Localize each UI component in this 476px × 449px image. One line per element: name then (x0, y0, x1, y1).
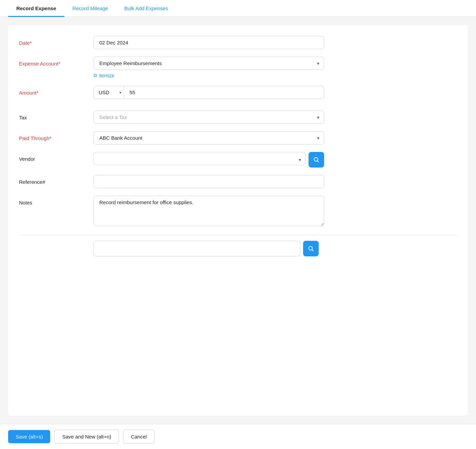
reference-input[interactable] (94, 175, 324, 188)
expense-account-label: Expense Account* (19, 57, 94, 66)
tax-select[interactable]: Select a Tax (94, 111, 324, 124)
extra-label (19, 241, 94, 245)
tax-select-wrapper: Select a Tax ▾ (94, 111, 324, 124)
amount-row: Amount* USD ▾ (19, 86, 457, 99)
paid-through-row: Paid Through* ABC Bank Account ▾ (19, 131, 457, 144)
notes-label: Notes (19, 196, 94, 206)
itemize-label: Itemize (99, 73, 114, 78)
amount-field: USD ▾ (94, 86, 324, 99)
bottom-bar: Save (alt+s) Save and New (alt+n) Cancel (0, 424, 476, 449)
form-container: Date* Expense Account* Employee Reimburs… (8, 25, 468, 416)
tab-bulk-add-expenses[interactable]: Bulk Add Expenses (116, 0, 176, 17)
extra-search-icon (308, 246, 314, 252)
date-input[interactable] (94, 36, 324, 49)
cancel-button[interactable]: Cancel (123, 430, 155, 444)
save-and-new-button[interactable]: Save and New (alt+n) (54, 430, 119, 444)
notes-row: Notes Record reimbursement for office su… (19, 196, 457, 228)
tax-row: Tax Select a Tax ▾ (19, 111, 457, 124)
vendor-select[interactable] (94, 152, 306, 165)
expense-account-row: Expense Account* Employee Reimbursements… (19, 57, 457, 78)
form-divider (19, 235, 457, 235)
paid-through-select[interactable]: ABC Bank Account (94, 131, 324, 144)
date-row: Date* (19, 36, 457, 49)
amount-input-row: USD ▾ (94, 86, 324, 99)
reference-field (94, 175, 324, 188)
extra-input[interactable] (94, 241, 300, 256)
paid-through-select-wrapper: ABC Bank Account ▾ (94, 131, 324, 144)
reference-row: Reference# (19, 175, 457, 188)
tax-label: Tax (19, 111, 94, 120)
svg-line-3 (312, 250, 314, 251)
search-icon (313, 157, 319, 163)
notes-field: Record reimbursement for office supplies… (94, 196, 324, 228)
expense-account-field: Employee Reimbursements ▾ ⧉ Itemize (94, 57, 324, 78)
expense-account-select-wrapper: Employee Reimbursements ▾ (94, 57, 324, 70)
extra-field (94, 241, 324, 256)
currency-select[interactable]: USD (94, 86, 124, 99)
currency-select-wrapper: USD ▾ (94, 86, 124, 99)
expense-account-select[interactable]: Employee Reimbursements (94, 57, 324, 70)
save-button[interactable]: Save (alt+s) (8, 430, 50, 443)
paid-through-field: ABC Bank Account ▾ (94, 131, 324, 144)
itemize-button[interactable]: ⧉ Itemize (94, 73, 114, 78)
notes-textarea[interactable]: Record reimbursement for office supplies… (94, 196, 324, 226)
tab-record-expense[interactable]: Record Expense (8, 0, 64, 17)
spacer-1 (19, 106, 457, 111)
vendor-select-wrapper: ▾ (94, 152, 306, 168)
vendor-label: Vendor (19, 152, 94, 162)
tabs-bar: Record Expense Record Mileage Bulk Add E… (0, 0, 476, 17)
page-wrapper: Record Expense Record Mileage Bulk Add E… (0, 0, 476, 424)
paid-through-label: Paid Through* (19, 131, 94, 141)
itemize-icon: ⧉ (94, 73, 97, 78)
amount-label: Amount* (19, 86, 94, 96)
tab-record-mileage[interactable]: Record Mileage (64, 0, 116, 17)
date-field (94, 36, 324, 49)
vendor-search-button[interactable] (309, 152, 324, 168)
tax-field: Select a Tax ▾ (94, 111, 324, 124)
amount-input[interactable] (124, 86, 324, 99)
extra-search-button[interactable] (303, 241, 319, 256)
vendor-field: ▾ (94, 152, 324, 168)
extra-row (19, 241, 457, 256)
reference-label: Reference# (19, 175, 94, 185)
svg-line-1 (318, 161, 319, 162)
vendor-input-row: ▾ (94, 152, 324, 168)
date-label: Date* (19, 36, 94, 46)
vendor-row: Vendor ▾ (19, 152, 457, 168)
